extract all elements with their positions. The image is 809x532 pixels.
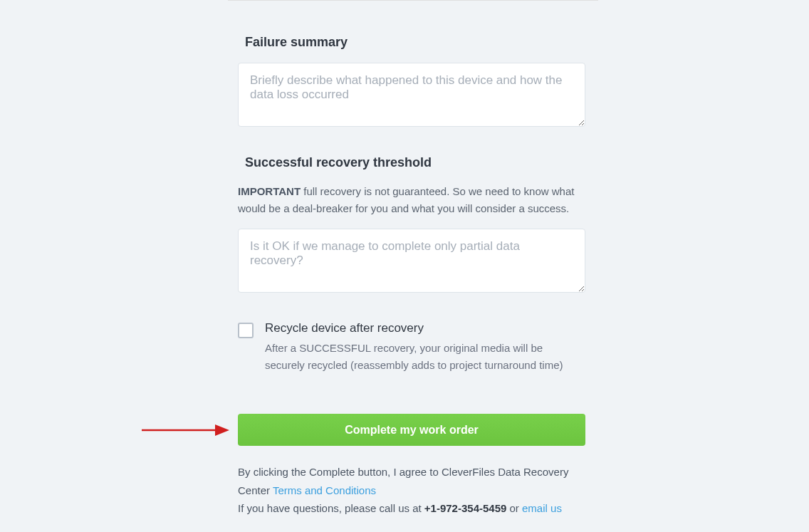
recycle-content: Recycle device after recovery After a SU… [265, 321, 598, 374]
recycle-description: After a SUCCESSFUL recovery, your origin… [265, 340, 571, 374]
complete-order-button[interactable]: Complete my work order [238, 414, 585, 446]
recovery-threshold-note: IMPORTANT full recovery is not guarantee… [238, 183, 585, 217]
legal-line2-prefix: If you have questions, please call us at [238, 502, 424, 514]
svg-marker-1 [215, 424, 229, 436]
section-divider [228, 0, 598, 1]
recovery-threshold-input[interactable] [238, 229, 585, 293]
failure-summary-label: Failure summary [245, 35, 598, 50]
legal-line2-or: or [506, 502, 522, 514]
failure-summary-input[interactable] [238, 63, 585, 127]
submit-row: Complete my work order [238, 414, 598, 446]
recycle-checkbox[interactable] [238, 323, 254, 338]
recovery-threshold-label: Successful recovery threshold [245, 155, 598, 170]
arrow-icon [138, 419, 231, 441]
terms-link[interactable]: Terms and Conditions [273, 484, 376, 496]
legal-text: By clicking the Complete button, I agree… [238, 463, 585, 518]
failure-summary-section: Failure summary [238, 35, 598, 130]
recovery-threshold-section: Successful recovery threshold IMPORTANT … [238, 155, 598, 296]
email-link[interactable]: email us [522, 502, 562, 514]
phone-number: +1-972-354-5459 [424, 502, 507, 514]
important-tag: IMPORTANT [238, 185, 301, 197]
recycle-option-row: Recycle device after recovery After a SU… [238, 321, 598, 374]
recycle-label: Recycle device after recovery [265, 321, 598, 335]
